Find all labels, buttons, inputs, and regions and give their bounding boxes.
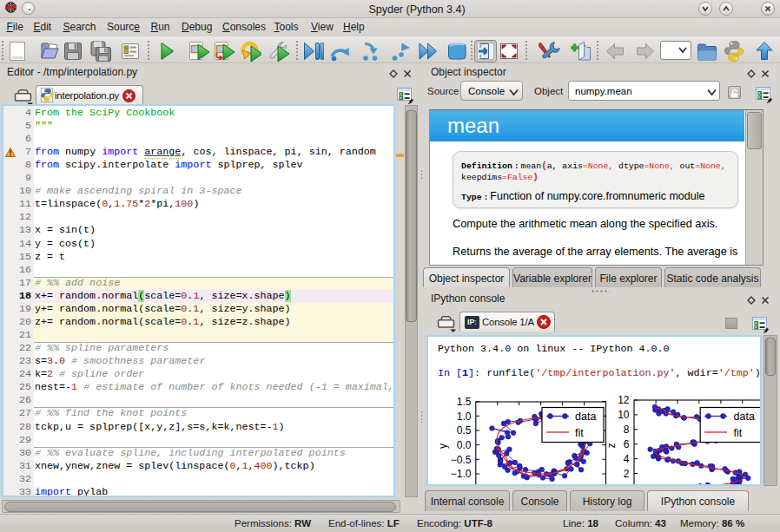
svg-text:−0.5: −0.5 — [451, 454, 472, 466]
svg-text:−1.0: −1.0 — [451, 468, 472, 480]
svg-text:z: z — [605, 443, 618, 449]
svg-text:0.5: 0.5 — [457, 424, 472, 437]
svg-text:fit: fit — [734, 427, 743, 439]
svg-text:10: 10 — [618, 409, 630, 421]
svg-text:8: 8 — [624, 424, 630, 436]
svg-text:4: 4 — [624, 453, 630, 465]
svg-text:fit: fit — [575, 427, 584, 439]
svg-text:y: y — [437, 443, 449, 449]
svg-text:data: data — [575, 410, 596, 423]
svg-text:6: 6 — [624, 438, 630, 450]
svg-text:data: data — [734, 410, 755, 423]
svg-text:12: 12 — [618, 394, 630, 406]
svg-text:2: 2 — [624, 468, 630, 480]
svg-text:0.0: 0.0 — [457, 439, 472, 451]
svg-text:1.0: 1.0 — [457, 410, 472, 423]
svg-text:1.5: 1.5 — [457, 396, 472, 408]
